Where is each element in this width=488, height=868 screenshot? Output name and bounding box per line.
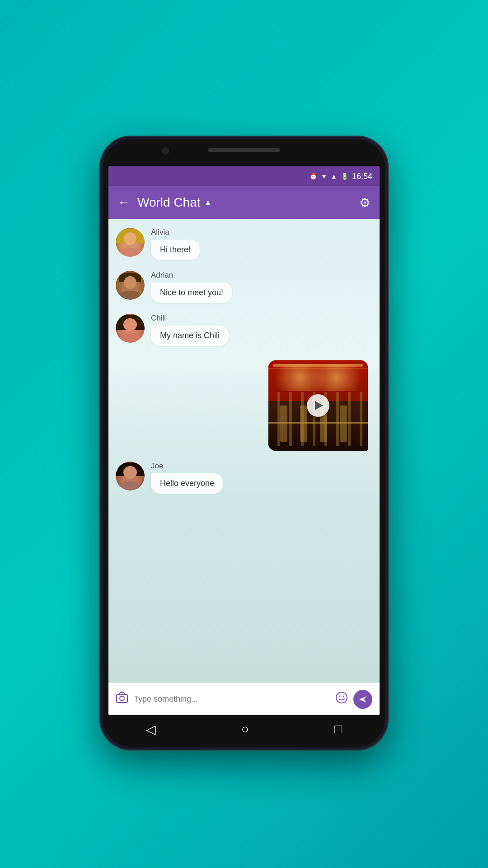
- avatar-adrian: [116, 271, 145, 300]
- wifi-icon: ▼: [321, 173, 327, 180]
- message-bubble[interactable]: My name is Chili: [151, 326, 229, 346]
- status-time: 16:54: [352, 172, 372, 181]
- app-bar: ← World Chat ▲ ⚙: [108, 186, 380, 219]
- app-title: World Chat ▲: [137, 195, 352, 210]
- front-camera: [162, 147, 169, 155]
- avatar-chili: [116, 314, 145, 343]
- video-bubble[interactable]: [268, 360, 368, 451]
- emoji-button[interactable]: [335, 691, 348, 707]
- list-item: Joe Hello everyone: [116, 462, 372, 494]
- svg-point-4: [339, 696, 341, 697]
- phone-inner: ⏰ ▼ ▲ 🔋 16:54 ← World Chat ▲ ⚙: [103, 139, 385, 747]
- volume-up-button: [388, 307, 389, 344]
- message-bubble[interactable]: Nice to meet you!: [151, 283, 232, 303]
- message-bubble[interactable]: Hi there!: [151, 240, 200, 260]
- status-icons: ⏰ ▼ ▲ 🔋 16:54: [310, 172, 372, 181]
- message-content: Alivia Hi there!: [151, 228, 200, 260]
- svg-rect-2: [120, 693, 124, 695]
- phone-wrapper: ⏰ ▼ ▲ 🔋 16:54 ← World Chat ▲ ⚙: [99, 136, 389, 750]
- speaker-grill: [208, 148, 280, 152]
- sender-name: Alivia: [151, 228, 200, 237]
- video-play-button[interactable]: [307, 394, 329, 417]
- list-item: Alivia Hi there!: [116, 228, 372, 260]
- sender-name: Joe: [151, 462, 223, 471]
- status-bar: ⏰ ▼ ▲ 🔋 16:54: [108, 166, 380, 186]
- svg-point-5: [343, 696, 344, 697]
- svg-point-3: [336, 692, 347, 703]
- nav-bar: ◁ ○ □: [103, 715, 385, 747]
- message-content: Adrian Nice to meet you!: [151, 271, 232, 303]
- send-button[interactable]: [353, 690, 372, 709]
- list-item: Chili My name is Chili: [116, 314, 372, 346]
- nav-recent-button[interactable]: □: [334, 722, 342, 736]
- message-input[interactable]: [134, 689, 330, 709]
- svg-rect-0: [117, 694, 127, 703]
- input-bar: [108, 683, 380, 715]
- volume-down-button: [388, 357, 389, 411]
- message-bubble[interactable]: Hello everyone: [151, 473, 223, 494]
- chat-area: Alivia Hi there!: [108, 219, 380, 683]
- video-message[interactable]: [116, 360, 372, 451]
- avatar-alivia: [116, 228, 145, 257]
- alarm-icon: ⏰: [310, 173, 317, 180]
- screen: ⏰ ▼ ▲ 🔋 16:54 ← World Chat ▲ ⚙: [108, 166, 380, 715]
- sender-name: Chili: [151, 314, 229, 323]
- svg-point-1: [120, 696, 124, 701]
- lamp-decoration: [273, 364, 363, 391]
- back-button[interactable]: ←: [117, 196, 130, 209]
- message-content: Joe Hello everyone: [151, 462, 223, 494]
- message-content: Chili My name is Chili: [151, 314, 229, 346]
- battery-icon: 🔋: [341, 173, 348, 180]
- phone-body: ⏰ ▼ ▲ 🔋 16:54 ← World Chat ▲ ⚙: [99, 136, 389, 750]
- camera-button[interactable]: [116, 691, 128, 707]
- app-title-text: World Chat: [137, 195, 201, 210]
- signal-icon: ▲: [331, 173, 337, 180]
- nav-home-button[interactable]: ○: [241, 722, 249, 736]
- list-item: Adrian Nice to meet you!: [116, 271, 372, 303]
- sender-name: Adrian: [151, 271, 232, 280]
- settings-button[interactable]: ⚙: [359, 195, 371, 210]
- avatar-joe: [116, 462, 145, 491]
- nav-back-button[interactable]: ◁: [146, 722, 156, 737]
- title-arrow-icon[interactable]: ▲: [204, 198, 212, 208]
- play-icon: [315, 401, 323, 410]
